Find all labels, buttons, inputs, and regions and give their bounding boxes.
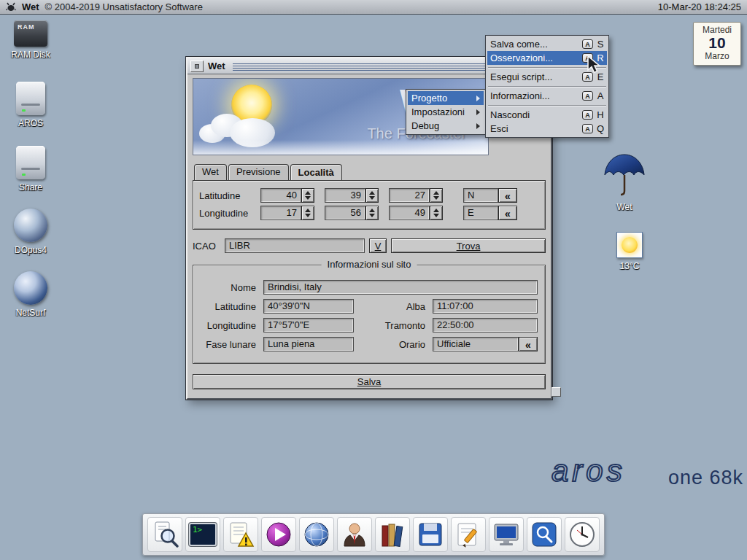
longitude-row: Longitudine 17 56 49 E « <box>199 206 539 220</box>
icon-label: DOpus4 <box>3 245 58 255</box>
save-button[interactable]: Salva <box>193 374 546 389</box>
menu-category-progetto[interactable]: Progetto <box>408 91 484 105</box>
tab-previsione[interactable]: Previsione <box>228 164 289 180</box>
sunrise-field: 11:07:00 <box>433 299 538 314</box>
site-longitude-label: Longitudine <box>201 320 263 331</box>
menu-item-informazioni[interactable]: Informazioni... A A <box>487 89 607 103</box>
desktop-icon-ram-disk[interactable]: RAM RAM Disk <box>3 20 58 60</box>
tab-localita[interactable]: Località <box>290 164 342 180</box>
lat-degrees-spinner[interactable] <box>301 188 314 203</box>
dock-find-icon[interactable] <box>147 517 182 552</box>
dock-suit-icon[interactable] <box>337 517 372 552</box>
site-info-group: Informazioni sul sito Nome Brindisi, Ita… <box>193 265 546 364</box>
tab-wet[interactable]: Wet <box>194 164 227 180</box>
menu-category-impostazioni[interactable]: Impostazioni <box>408 105 484 119</box>
amiga-key-icon: A <box>582 53 593 63</box>
menu-item-esci[interactable]: Esci A Q <box>487 122 607 136</box>
site-latitude-row: Latitudine 40°39'0"N Alba 11:07:00 <box>201 299 538 314</box>
dock-zoom-icon[interactable] <box>527 517 562 552</box>
lat-seconds-field[interactable]: 27 <box>389 188 430 203</box>
lat-minutes-field[interactable]: 39 <box>325 188 365 203</box>
tab-bar: Wet Previsione Località <box>193 164 546 180</box>
menubar-clock: 10-Mar-20 18:24:25 <box>658 1 741 12</box>
dock-browser-globe-icon[interactable] <box>299 517 334 552</box>
dock-storage-icon[interactable] <box>413 517 448 552</box>
lon-minutes-spinner[interactable] <box>365 206 379 220</box>
shortcut-letter: Q <box>597 123 604 134</box>
submenu-arrow-icon <box>476 123 480 129</box>
name-label: Nome <box>201 282 263 293</box>
site-longitude-field[interactable]: 17°57'0"E <box>263 318 354 332</box>
icao-label: ICAO <box>193 241 220 252</box>
menu-separator <box>488 67 606 68</box>
window-resize-gadget[interactable] <box>551 387 561 397</box>
dock-library-books-icon[interactable] <box>375 517 410 552</box>
menu-item-label: Informazioni... <box>490 90 582 101</box>
lat-direction-field: N <box>463 188 498 203</box>
site-latitude-label: Latitudine <box>201 301 263 312</box>
shortcut-letter: R <box>597 52 604 63</box>
lon-seconds-field[interactable]: 49 <box>389 206 430 220</box>
moon-phase-field: Luna piena <box>263 337 354 351</box>
moon-phase-label: Fase lunare <box>201 339 263 350</box>
menu-item-label: Esegui script... <box>490 71 582 82</box>
shortcut-letter: S <box>597 39 604 50</box>
dock-player-icon[interactable] <box>261 517 296 552</box>
find-button[interactable]: Trova <box>391 238 546 253</box>
screen-menubar[interactable]: Wet © 2004-2019 Unsatisfactory Software … <box>0 0 747 15</box>
dock-shell-icon[interactable]: 1> <box>185 517 220 552</box>
coordinates-panel: Latitudine 40 39 27 N « Longitudine 17 5… <box>193 180 546 230</box>
desktop-icon-aros[interactable]: AROS <box>3 82 58 128</box>
site-name-row: Nome Brindisi, Italy <box>201 280 538 295</box>
menu-item-label: Osservazioni... <box>490 52 582 63</box>
lat-seconds-spinner[interactable] <box>430 188 443 203</box>
desktop-icon-wet[interactable]: Wet <box>597 152 652 212</box>
desktop-widget-temperature[interactable]: 13°C <box>602 232 657 271</box>
menu-item-salva-come[interactable]: Salva come... A S <box>487 37 607 51</box>
menu-progetto-submenu: Salva come... A S Osservazioni... A R Es… <box>485 35 609 138</box>
icao-input[interactable]: LIBR <box>225 238 365 253</box>
desktop-icon-netsurf[interactable]: NetSurf <box>3 271 58 318</box>
longitude-label: Longitudine <box>199 208 260 219</box>
time-mode-label: Orario <box>377 339 433 350</box>
lon-minutes-field[interactable]: 56 <box>325 206 365 220</box>
menu-item-nascondi[interactable]: Nascondi A H <box>487 108 607 122</box>
shell-prompt: 1> <box>193 526 202 534</box>
dock: 1> <box>142 513 605 556</box>
menu-category-label: Progetto <box>411 93 447 104</box>
icon-label: Wet <box>597 202 652 212</box>
lat-direction-cycle-button[interactable]: « <box>498 188 517 203</box>
desktop-icon-share[interactable]: Share <box>3 146 58 192</box>
site-latitude-field[interactable]: 40°39'0"N <box>263 299 354 314</box>
lon-degrees-field[interactable]: 17 <box>260 206 301 220</box>
aros-brand-glyphs: aros <box>549 455 665 489</box>
menubar-app-title: Wet <box>22 1 39 12</box>
amiga-key-icon: A <box>582 91 593 101</box>
menu-category-label: Debug <box>411 120 439 131</box>
time-mode-cycle-button[interactable]: « <box>519 337 538 351</box>
dock-clock-icon[interactable] <box>565 517 600 552</box>
lat-minutes-spinner[interactable] <box>365 188 379 203</box>
lon-degrees-spinner[interactable] <box>301 206 314 220</box>
umbrella-icon <box>603 152 646 197</box>
icon-label: NetSurf <box>3 308 58 318</box>
dock-editor-icon[interactable] <box>451 517 486 552</box>
logo-edition-text: one 68k <box>668 467 743 489</box>
lat-degrees-field[interactable]: 40 <box>260 188 301 203</box>
icao-validate-button[interactable]: V <box>369 238 387 253</box>
menu-category-debug[interactable]: Debug <box>408 119 484 133</box>
menu-item-label: Nascondi <box>490 109 582 120</box>
sunrise-label: Alba <box>377 301 433 312</box>
lon-seconds-spinner[interactable] <box>430 206 443 220</box>
dock-screen-icon[interactable] <box>489 517 524 552</box>
submenu-arrow-icon <box>476 109 480 115</box>
icon-label: Share <box>3 182 58 192</box>
menu-item-esegui-script[interactable]: Esegui script... A E <box>487 70 607 84</box>
dock-notes-warning-icon[interactable] <box>223 517 258 552</box>
lon-direction-field: E <box>463 206 498 220</box>
desktop-icon-dopus4[interactable]: DOpus4 <box>3 209 58 255</box>
lon-direction-cycle-button[interactable]: « <box>498 206 517 220</box>
window-close-button[interactable] <box>190 61 204 72</box>
menu-item-osservazioni[interactable]: Osservazioni... A R <box>487 51 607 65</box>
site-name-field[interactable]: Brindisi, Italy <box>263 280 538 295</box>
